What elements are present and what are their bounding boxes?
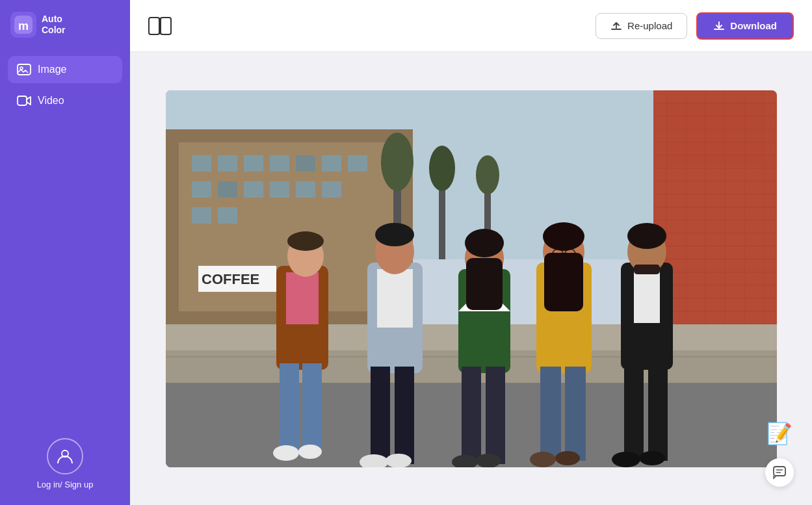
svg-rect-77 (286, 272, 319, 324)
svg-text:COFFEE: COFFEE (202, 271, 259, 287)
scene-image: COFFEE (166, 90, 777, 467)
svg-rect-87 (395, 367, 414, 464)
svg-rect-27 (218, 207, 237, 224)
svg-point-110 (530, 452, 556, 467)
app-logo-text: Auto Color (42, 14, 66, 36)
svg-rect-118 (634, 265, 660, 274)
sidebar: m Auto Color Image (0, 0, 130, 505)
svg-rect-78 (280, 363, 299, 454)
reupload-label: Re-upload (627, 20, 672, 31)
svg-point-98 (465, 229, 504, 257)
svg-rect-22 (244, 181, 263, 198)
app-logo-icon: m (10, 12, 36, 38)
svg-rect-97 (466, 258, 503, 310)
svg-rect-7 (161, 18, 171, 34)
svg-point-119 (612, 452, 640, 467)
svg-rect-13 (192, 155, 211, 172)
toolbar: Re-upload Download (130, 0, 812, 52)
svg-point-35 (476, 155, 499, 194)
svg-rect-115 (648, 363, 668, 461)
user-avatar[interactable] (47, 438, 83, 474)
image-nav-icon (17, 62, 31, 77)
reupload-icon (610, 20, 622, 32)
sidebar-item-video[interactable]: Video (8, 87, 122, 114)
svg-rect-113 (634, 271, 660, 323)
download-button[interactable]: Download (696, 12, 794, 40)
svg-point-100 (476, 454, 501, 467)
svg-rect-17 (296, 155, 315, 172)
svg-rect-18 (322, 155, 341, 172)
svg-rect-95 (486, 367, 505, 464)
reupload-button[interactable]: Re-upload (596, 13, 687, 39)
svg-point-109 (543, 222, 584, 251)
svg-point-33 (429, 146, 455, 191)
svg-rect-19 (348, 155, 367, 172)
svg-rect-23 (270, 181, 289, 198)
content-area: COFFEE (130, 52, 812, 505)
main-image-container: COFFEE (166, 90, 777, 467)
svg-rect-108 (544, 253, 583, 311)
svg-rect-79 (302, 363, 322, 454)
svg-rect-102 (540, 367, 561, 461)
svg-point-31 (381, 133, 413, 191)
video-nav-icon (17, 94, 31, 108)
svg-point-89 (375, 223, 414, 246)
sidebar-item-video-label: Video (38, 95, 64, 107)
main-content: Re-upload Download (130, 0, 812, 505)
svg-rect-121 (774, 467, 785, 476)
chat-float-button[interactable] (765, 458, 794, 487)
svg-rect-94 (462, 367, 481, 464)
svg-rect-15 (244, 155, 263, 172)
svg-rect-85 (377, 269, 413, 328)
notepad-float-icon: 📝 (765, 419, 794, 448)
svg-rect-103 (565, 367, 586, 461)
svg-rect-14 (218, 155, 237, 172)
download-icon (713, 20, 725, 32)
split-view-toggle[interactable] (148, 17, 172, 35)
svg-rect-114 (624, 363, 644, 461)
svg-point-81 (287, 231, 324, 251)
svg-rect-86 (371, 367, 390, 464)
sidebar-nav: Image Video (0, 56, 130, 114)
sidebar-item-image-label: Image (38, 64, 66, 75)
svg-rect-4 (18, 96, 27, 105)
svg-point-82 (273, 445, 299, 461)
svg-point-83 (298, 445, 322, 459)
svg-rect-6 (149, 18, 159, 34)
svg-point-111 (555, 451, 580, 465)
svg-rect-21 (218, 181, 237, 198)
svg-point-117 (627, 223, 666, 249)
svg-rect-16 (270, 155, 289, 172)
svg-rect-25 (322, 181, 341, 198)
svg-text:m: m (18, 19, 29, 32)
svg-rect-24 (296, 181, 315, 198)
svg-point-91 (386, 454, 412, 467)
toolbar-right: Re-upload Download (596, 12, 794, 40)
svg-point-120 (639, 451, 665, 465)
svg-rect-2 (18, 64, 31, 75)
sidebar-item-image[interactable]: Image (8, 56, 122, 83)
sidebar-bottom: Log in/ Sign up (37, 438, 94, 489)
toolbar-left (148, 17, 172, 35)
svg-rect-20 (192, 181, 211, 198)
chat-icon (772, 465, 787, 480)
logo-area: m Auto Color (0, 12, 130, 38)
login-signup-label[interactable]: Log in/ Sign up (37, 480, 94, 489)
download-label: Download (730, 20, 777, 31)
svg-rect-26 (192, 207, 211, 224)
